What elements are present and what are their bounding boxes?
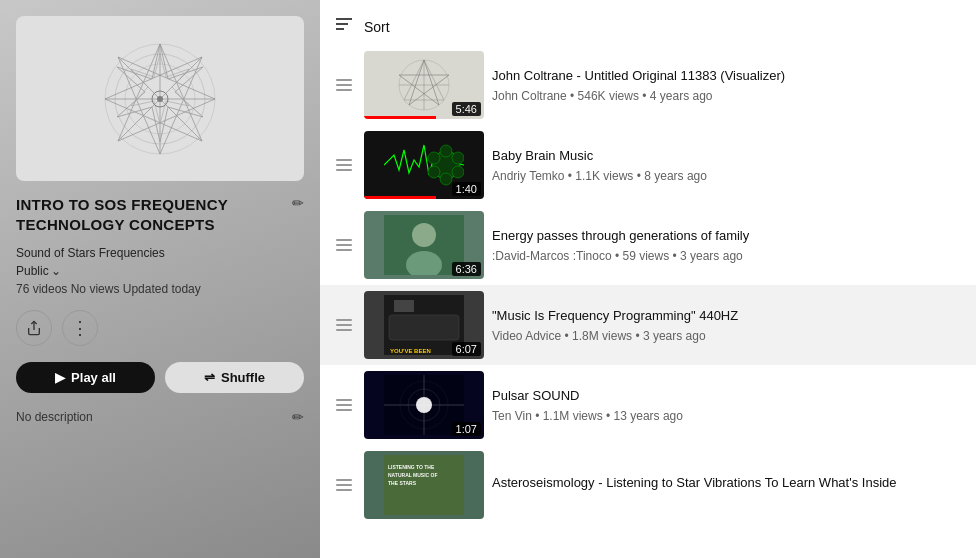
video-info: John Coltrane - Untitled Original 11383 … — [492, 67, 964, 102]
svg-point-33 — [428, 166, 440, 178]
sort-bar[interactable]: Sort — [320, 8, 976, 45]
description-text: No description — [16, 410, 93, 424]
svg-point-36 — [412, 223, 436, 247]
description-row: No description ✏ — [16, 409, 304, 425]
svg-text:THE STARS: THE STARS — [388, 480, 417, 486]
video-item[interactable]: YOU'VE BEEN FREQUENCY PROGRAMM 6:07 "Mus… — [320, 285, 976, 365]
svg-text:LISTENING TO THE: LISTENING TO THE — [388, 464, 435, 470]
drag-handle[interactable] — [332, 235, 356, 255]
chevron-down-icon: ⌄ — [51, 264, 61, 278]
svg-point-32 — [452, 152, 464, 164]
video-thumbnail: LISTENING TO THE NATURAL MUSIC OF THE ST… — [364, 451, 484, 519]
video-info: Asteroseismology - Listening to Star Vib… — [492, 474, 964, 495]
video-item[interactable]: 1:07 Pulsar SOUND Ten Vin • 1.1M views •… — [320, 365, 976, 445]
video-info: "Music Is Frequency Programming" 440HZ V… — [492, 307, 964, 342]
svg-point-34 — [452, 166, 464, 178]
svg-rect-40 — [394, 300, 414, 312]
svg-point-31 — [428, 152, 440, 164]
video-duration: 1:07 — [452, 422, 481, 436]
more-dots-icon: ⋮ — [71, 317, 90, 339]
video-list: 5:46 John Coltrane - Untitled Original 1… — [320, 45, 976, 525]
video-title: Pulsar SOUND — [492, 387, 964, 405]
play-all-button[interactable]: ▶ Play all — [16, 362, 155, 393]
shuffle-icon: ⇌ — [204, 370, 215, 385]
play-icon: ▶ — [55, 370, 65, 385]
playlist-thumbnail — [16, 16, 304, 181]
progress-bar — [364, 196, 436, 199]
drag-handle[interactable] — [332, 395, 356, 415]
main-content: Sort 5:46 John Coltrane - Untitled Origi… — [320, 0, 976, 558]
video-item[interactable]: 1:40 Baby Brain Music Andriy Temko • 1.1… — [320, 125, 976, 205]
video-thumbnail: 6:36 — [364, 211, 484, 279]
video-title: Baby Brain Music — [492, 147, 964, 165]
video-title: Energy passes through generations of fam… — [492, 227, 964, 245]
more-options-button[interactable]: ⋮ — [62, 310, 98, 346]
playlist-title: INTRO TO SOS FREQUENCY TECHNOLOGY CONCEP… — [16, 195, 292, 234]
playback-buttons: ▶ Play all ⇌ Shuffle — [16, 362, 304, 393]
title-edit-icon[interactable]: ✏ — [292, 195, 304, 211]
sort-lines-icon — [336, 16, 356, 32]
sort-icon — [336, 16, 356, 37]
shuffle-button[interactable]: ⇌ Shuffle — [165, 362, 304, 393]
video-thumbnail: 5:46 — [364, 51, 484, 119]
video-info: Baby Brain Music Andriy Temko • 1.1K vie… — [492, 147, 964, 182]
video-thumbnail: 1:40 — [364, 131, 484, 199]
video-item[interactable]: 5:46 John Coltrane - Untitled Original 1… — [320, 45, 976, 125]
video-meta: Andriy Temko • 1.1K views • 8 years ago — [492, 169, 964, 183]
playlist-stats: 76 videos No views Updated today — [16, 282, 304, 296]
video-meta: Video Advice • 1.8M views • 3 years ago — [492, 329, 964, 343]
video-info: Energy passes through generations of fam… — [492, 227, 964, 262]
svg-point-18 — [157, 96, 163, 102]
channel-name[interactable]: Sound of Stars Frequencies — [16, 246, 304, 260]
share-icon — [26, 320, 42, 336]
video-meta: John Coltrane • 546K views • 4 years ago — [492, 89, 964, 103]
video-duration: 6:07 — [452, 342, 481, 356]
svg-rect-39 — [389, 315, 459, 340]
video-duration: 1:40 — [452, 182, 481, 196]
video-info: Pulsar SOUND Ten Vin • 1.1M views • 13 y… — [492, 387, 964, 422]
svg-point-30 — [440, 173, 452, 185]
sort-label[interactable]: Sort — [364, 19, 390, 35]
video-meta: Ten Vin • 1.1M views • 13 years ago — [492, 409, 964, 423]
video-title: "Music Is Frequency Programming" 440HZ — [492, 307, 964, 325]
progress-bar — [364, 116, 436, 119]
visibility-toggle[interactable]: Public ⌄ — [16, 264, 304, 278]
svg-text:FREQUENCY PROGRAMM: FREQUENCY PROGRAMM — [390, 354, 453, 355]
video-title: John Coltrane - Untitled Original 11383 … — [492, 67, 964, 85]
video-item[interactable]: LISTENING TO THE NATURAL MUSIC OF THE ST… — [320, 445, 976, 525]
video-thumbnail: 1:07 — [364, 371, 484, 439]
drag-handle[interactable] — [332, 155, 356, 175]
video-duration: 6:36 — [452, 262, 481, 276]
drag-handle[interactable] — [332, 315, 356, 335]
share-button[interactable] — [16, 310, 52, 346]
sidebar: INTRO TO SOS FREQUENCY TECHNOLOGY CONCEP… — [0, 0, 320, 558]
video-title: Asteroseismology - Listening to Star Vib… — [492, 474, 964, 492]
video-thumbnail: YOU'VE BEEN FREQUENCY PROGRAMM 6:07 — [364, 291, 484, 359]
video-duration: 5:46 — [452, 102, 481, 116]
video-item[interactable]: 6:36 Energy passes through generations o… — [320, 205, 976, 285]
svg-point-29 — [440, 145, 452, 157]
video-meta: :David-Marcos :Tinoco • 59 views • 3 yea… — [492, 249, 964, 263]
action-buttons: ⋮ — [16, 310, 304, 346]
thumbnail-svg — [100, 39, 220, 159]
svg-text:NATURAL MUSIC OF: NATURAL MUSIC OF — [388, 472, 438, 478]
drag-handle[interactable] — [332, 475, 356, 495]
drag-handle[interactable] — [332, 75, 356, 95]
description-edit-icon[interactable]: ✏ — [292, 409, 304, 425]
